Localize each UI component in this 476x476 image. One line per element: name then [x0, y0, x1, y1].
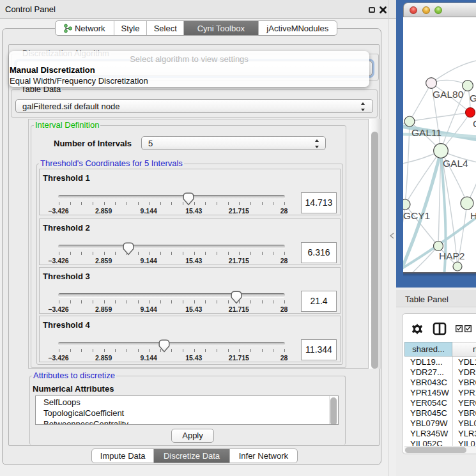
- svg-text:GA: GA: [470, 93, 476, 104]
- svg-text:GCY1: GCY1: [403, 210, 430, 221]
- svg-text:GAL4: GAL4: [443, 158, 468, 169]
- svg-text:HAP2: HAP2: [439, 250, 465, 261]
- svg-text:GAL80: GAL80: [433, 89, 464, 100]
- svg-text:H: H: [470, 210, 476, 221]
- svg-text:GAL11: GAL11: [411, 127, 441, 138]
- svg-text:C: C: [473, 118, 476, 129]
